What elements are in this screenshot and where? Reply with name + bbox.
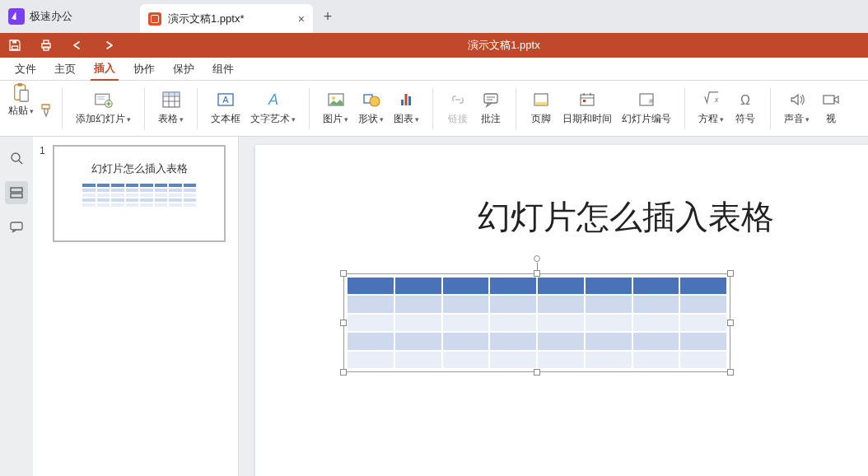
slide-thumbnail-1[interactable]: 幻灯片怎么插入表格 (53, 145, 226, 242)
svg-rect-6 (17, 83, 22, 86)
menu-bar: 文件 主页 插入 协作 保护 组件 (0, 58, 868, 81)
svg-text:A: A (222, 95, 229, 105)
svg-rect-3 (44, 40, 49, 44)
side-rail (0, 137, 33, 476)
slide-canvas-area[interactable]: 幻灯片怎么插入表格 (239, 137, 868, 476)
thumbnail-title: 幻灯片怎么插入表格 (91, 161, 188, 176)
svg-rect-1 (12, 41, 16, 44)
menu-collab[interactable]: 协作 (130, 58, 158, 80)
menu-home[interactable]: 主页 (51, 58, 79, 80)
symbol-icon: Ω (736, 91, 754, 109)
resize-handle-s[interactable] (534, 369, 540, 376)
chart-button[interactable]: 图表▾ (389, 84, 424, 133)
rotate-handle[interactable] (534, 255, 540, 262)
close-tab-icon[interactable]: × (298, 12, 305, 26)
menu-protect[interactable]: 保护 (170, 58, 198, 80)
menu-file[interactable]: 文件 (12, 58, 40, 80)
resize-handle-e[interactable] (727, 320, 734, 326)
video-button[interactable]: 视 (814, 84, 847, 133)
rail-thumbnails-icon[interactable] (5, 181, 28, 204)
link-icon (449, 91, 467, 109)
slidenum-button[interactable]: # 幻灯片编号 (617, 84, 676, 133)
slidenum-label: 幻灯片编号 (622, 112, 671, 126)
undo-icon[interactable] (71, 39, 84, 52)
menu-addin[interactable]: 组件 (209, 58, 237, 80)
picture-button[interactable]: 图片▾ (318, 84, 353, 133)
shape-label: 形状 (358, 112, 378, 126)
wordart-label: 文字艺术 (250, 112, 290, 126)
svg-rect-44 (824, 96, 834, 104)
comment-label: 批注 (481, 112, 501, 126)
rail-comments-icon[interactable] (5, 216, 28, 239)
svg-text:Ω: Ω (740, 93, 750, 107)
symbol-button[interactable]: Ω 符号 (729, 84, 762, 133)
svg-rect-29 (404, 94, 407, 105)
video-label: 视 (826, 112, 836, 126)
app-logo-icon (8, 8, 25, 25)
comment-icon (482, 91, 500, 109)
redo-icon[interactable] (102, 39, 115, 52)
resize-handle-se[interactable] (727, 369, 734, 376)
datetime-label: 日期和时间 (562, 112, 612, 126)
svg-rect-0 (12, 46, 18, 49)
resize-handle-ne[interactable] (727, 270, 734, 277)
menu-insert[interactable]: 插入 (91, 58, 119, 81)
svg-rect-34 (534, 102, 548, 105)
titlebar: 极速办公 演示文稿1.pptx* × + (0, 0, 868, 33)
resize-handle-w[interactable] (340, 320, 347, 326)
footer-icon (532, 91, 550, 109)
new-tab-button[interactable]: + (313, 0, 343, 33)
wordart-icon: A (264, 91, 282, 109)
footer-button[interactable]: 页脚 (525, 84, 558, 133)
svg-rect-47 (11, 188, 22, 192)
clipboard-icon (12, 84, 30, 102)
svg-point-24 (332, 96, 335, 100)
chart-icon (398, 91, 416, 109)
calendar-icon (578, 91, 596, 109)
svg-point-45 (12, 153, 20, 161)
add-slide-button[interactable]: 添加幻灯片▾ (71, 84, 136, 133)
shape-button[interactable]: 形状▾ (353, 84, 389, 133)
svg-rect-27 (401, 100, 404, 105)
add-slide-icon (95, 91, 113, 109)
textbox-button[interactable]: A 文本框 (206, 84, 245, 133)
resize-handle-sw[interactable] (340, 369, 347, 376)
footer-label: 页脚 (531, 112, 551, 126)
paste-button[interactable]: 粘贴▾ (8, 84, 34, 118)
selected-table-object[interactable] (343, 273, 730, 372)
slide-1[interactable]: 幻灯片怎么插入表格 (255, 145, 868, 476)
resize-handle-n[interactable] (534, 270, 540, 277)
svg-text:x: x (713, 96, 718, 104)
save-icon[interactable] (8, 39, 21, 52)
link-button: 链接 (441, 84, 474, 133)
svg-rect-30 (484, 94, 497, 103)
work-area: 1 幻灯片怎么插入表格 幻灯片怎么插入表格 (0, 137, 868, 476)
rail-search-icon[interactable] (5, 147, 28, 170)
equation-label: 方程 (698, 112, 718, 126)
thumbnail-panel: 1 幻灯片怎么插入表格 (33, 137, 239, 476)
table-button[interactable]: 表格▾ (153, 84, 189, 133)
format-painter-icon[interactable] (39, 102, 55, 119)
video-icon (822, 91, 840, 109)
document-tab[interactable]: 演示文稿1.pptx* × (140, 4, 313, 33)
equation-icon: x (702, 91, 721, 109)
datetime-button[interactable]: 日期和时间 (558, 84, 617, 133)
svg-text:#: # (649, 97, 653, 105)
svg-text:A: A (267, 91, 278, 108)
svg-rect-48 (11, 194, 22, 198)
comment-button[interactable]: 批注 (474, 84, 507, 133)
picture-icon (327, 91, 345, 109)
chart-label: 图表 (394, 112, 413, 126)
resize-handle-nw[interactable] (340, 270, 347, 277)
link-label: 链接 (448, 112, 468, 126)
slide-title-text[interactable]: 幻灯片怎么插入表格 (255, 194, 868, 240)
print-icon[interactable] (40, 39, 53, 52)
paste-label: 粘贴 (8, 104, 28, 118)
wordart-button[interactable]: A 文字艺术▾ (245, 84, 301, 133)
thumbnail-table-icon (82, 183, 197, 208)
svg-rect-7 (20, 90, 28, 101)
symbol-label: 符号 (735, 112, 755, 126)
audio-button[interactable]: 声音▾ (779, 84, 814, 133)
equation-button[interactable]: x 方程▾ (693, 84, 729, 133)
textbox-icon: A (217, 91, 235, 109)
